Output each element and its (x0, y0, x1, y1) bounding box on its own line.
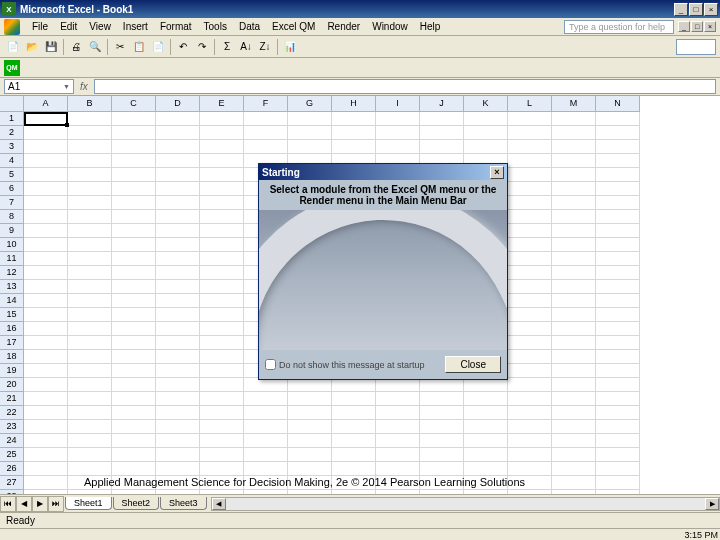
cell[interactable] (68, 448, 112, 462)
row-header[interactable]: 23 (0, 420, 24, 434)
cell[interactable] (552, 140, 596, 154)
cell[interactable] (200, 294, 244, 308)
cell[interactable] (24, 476, 68, 490)
cell[interactable] (508, 308, 552, 322)
row-header[interactable]: 10 (0, 238, 24, 252)
cell[interactable] (156, 126, 200, 140)
cell[interactable] (112, 420, 156, 434)
cell[interactable] (112, 238, 156, 252)
cell[interactable] (508, 322, 552, 336)
cell[interactable] (596, 182, 640, 196)
col-header[interactable]: C (112, 96, 156, 112)
cell[interactable] (112, 224, 156, 238)
cell[interactable] (332, 392, 376, 406)
cell[interactable] (508, 406, 552, 420)
cell[interactable] (288, 378, 332, 392)
cell[interactable] (508, 266, 552, 280)
cell[interactable] (156, 112, 200, 126)
cell[interactable] (156, 364, 200, 378)
cell[interactable] (156, 322, 200, 336)
cell[interactable] (68, 210, 112, 224)
cell[interactable] (420, 126, 464, 140)
cell[interactable] (244, 378, 288, 392)
cell[interactable] (112, 406, 156, 420)
cell[interactable] (24, 238, 68, 252)
cell[interactable] (24, 112, 68, 126)
menu-format[interactable]: Format (154, 20, 198, 33)
cell[interactable] (24, 266, 68, 280)
cell[interactable] (596, 420, 640, 434)
cell[interactable] (508, 378, 552, 392)
cell[interactable] (376, 406, 420, 420)
cell[interactable] (112, 434, 156, 448)
cell[interactable] (68, 462, 112, 476)
cell[interactable] (552, 406, 596, 420)
cell[interactable] (68, 434, 112, 448)
cell[interactable] (596, 406, 640, 420)
help-search-input[interactable]: Type a question for help (564, 20, 674, 34)
cell[interactable] (68, 126, 112, 140)
cell[interactable] (68, 182, 112, 196)
col-header[interactable]: E (200, 96, 244, 112)
cell[interactable] (596, 434, 640, 448)
cell[interactable] (508, 112, 552, 126)
cell[interactable] (24, 224, 68, 238)
cell[interactable] (596, 196, 640, 210)
cell[interactable] (112, 378, 156, 392)
cell[interactable] (24, 294, 68, 308)
cell[interactable] (420, 434, 464, 448)
row-header[interactable]: 22 (0, 406, 24, 420)
cell[interactable] (68, 112, 112, 126)
cell[interactable] (68, 406, 112, 420)
cell[interactable] (552, 434, 596, 448)
cell[interactable] (112, 294, 156, 308)
maximize-button[interactable]: □ (689, 3, 703, 16)
col-header[interactable]: D (156, 96, 200, 112)
autosum-icon[interactable]: Σ (218, 38, 236, 56)
cell[interactable] (156, 252, 200, 266)
cell[interactable] (288, 448, 332, 462)
cell[interactable] (508, 434, 552, 448)
cell[interactable] (376, 378, 420, 392)
cell[interactable] (376, 448, 420, 462)
col-header[interactable]: A (24, 96, 68, 112)
row-header[interactable]: 3 (0, 140, 24, 154)
cell[interactable] (508, 140, 552, 154)
cell[interactable] (552, 224, 596, 238)
tab-nav-prev-icon[interactable]: ◀ (16, 496, 32, 512)
dont-show-checkbox[interactable]: Do not show this message at startup (265, 359, 425, 370)
print-preview-icon[interactable]: 🔍 (86, 38, 104, 56)
cell[interactable] (596, 476, 640, 490)
cell[interactable] (112, 210, 156, 224)
col-header[interactable]: I (376, 96, 420, 112)
cell[interactable] (332, 406, 376, 420)
dialog-close-button[interactable]: Close (445, 356, 501, 373)
col-header[interactable]: N (596, 96, 640, 112)
cell[interactable] (68, 224, 112, 238)
cell[interactable] (508, 126, 552, 140)
cell[interactable] (112, 364, 156, 378)
cell[interactable] (596, 252, 640, 266)
cell[interactable] (200, 224, 244, 238)
row-header[interactable]: 8 (0, 210, 24, 224)
scroll-right-icon[interactable]: ▶ (705, 498, 719, 510)
cell[interactable] (200, 154, 244, 168)
cell[interactable] (24, 406, 68, 420)
cell[interactable] (596, 224, 640, 238)
row-header[interactable]: 18 (0, 350, 24, 364)
cell[interactable] (24, 350, 68, 364)
cell[interactable] (596, 280, 640, 294)
cell[interactable] (332, 378, 376, 392)
cell[interactable] (156, 196, 200, 210)
new-icon[interactable]: 📄 (4, 38, 22, 56)
cell[interactable] (68, 266, 112, 280)
cell[interactable] (112, 392, 156, 406)
row-header[interactable]: 9 (0, 224, 24, 238)
cell[interactable] (596, 336, 640, 350)
row-header[interactable]: 27 (0, 476, 24, 490)
menu-file[interactable]: File (26, 20, 54, 33)
cell[interactable] (420, 392, 464, 406)
sheet-tab-1[interactable]: Sheet1 (65, 497, 112, 510)
cell[interactable] (376, 434, 420, 448)
cell[interactable] (596, 378, 640, 392)
